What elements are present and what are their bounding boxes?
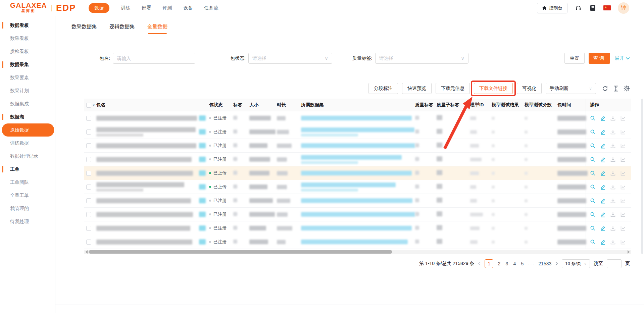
language-flag-icon[interactable]: ★	[603, 5, 611, 10]
sidebar-item-data-dashboard[interactable]: 数据看板	[0, 19, 55, 32]
page-last[interactable]: 21583	[538, 261, 551, 266]
row-checkbox[interactable]	[86, 129, 91, 135]
sidebar-item-data-lake[interactable]: 数据湖	[0, 110, 55, 123]
headset-icon[interactable]	[575, 4, 582, 12]
visualize-button[interactable]: 可视化	[517, 83, 542, 94]
sidebar-item-collect-elements[interactable]: 数采要素	[0, 71, 55, 84]
next-page-icon[interactable]	[555, 262, 558, 266]
view-search-icon[interactable]	[590, 115, 596, 121]
package-name-input[interactable]	[113, 53, 195, 64]
sidebar-item-collect-plan[interactable]: 数采计划	[0, 84, 55, 97]
refresh-icon[interactable]	[602, 86, 608, 92]
nav-item-deploy[interactable]: 部署	[142, 5, 151, 11]
table-row[interactable]: 已注册	[84, 125, 631, 139]
view-search-icon[interactable]	[590, 129, 596, 135]
dataset-link-cell[interactable]	[301, 116, 415, 120]
chart-icon[interactable]	[620, 115, 626, 121]
row-checkbox[interactable]	[86, 185, 91, 190]
chart-icon[interactable]	[620, 198, 626, 204]
chart-icon[interactable]	[620, 170, 626, 176]
download-icon[interactable]	[610, 170, 616, 176]
chart-icon[interactable]	[620, 225, 626, 231]
download-icon[interactable]	[610, 184, 616, 190]
table-row[interactable]: 已注册	[84, 139, 631, 153]
view-search-icon[interactable]	[590, 212, 596, 217]
edit-pencil-icon[interactable]	[600, 198, 606, 204]
view-search-icon[interactable]	[590, 143, 596, 149]
table-row[interactable]: 已注册	[84, 235, 631, 249]
vertical-scrollbar[interactable]	[641, 99, 643, 254]
edit-pencil-icon[interactable]	[600, 170, 606, 176]
row-checkbox[interactable]	[86, 240, 91, 245]
quick-preview-button[interactable]: 快速预览	[402, 83, 432, 94]
view-search-icon[interactable]	[590, 157, 596, 162]
chart-icon[interactable]	[620, 212, 626, 217]
sidebar-item-wo-all[interactable]: 全量工单	[0, 189, 55, 202]
chart-icon[interactable]	[620, 157, 626, 162]
row-checkbox[interactable]	[86, 143, 91, 148]
chart-icon[interactable]	[620, 129, 626, 135]
edit-pencil-icon[interactable]	[600, 239, 606, 245]
view-search-icon[interactable]	[590, 225, 596, 231]
download-icon[interactable]	[610, 239, 616, 245]
edit-pencil-icon[interactable]	[600, 129, 606, 135]
row-height-icon[interactable]	[613, 86, 618, 92]
dataset-link-cell[interactable]	[301, 240, 415, 244]
page-size-select[interactable]: 10 条/页 ∨	[562, 259, 590, 268]
jump-to-page-input[interactable]	[607, 259, 622, 268]
edit-pencil-icon[interactable]	[600, 212, 606, 217]
scrollbar-thumb[interactable]	[89, 250, 392, 254]
download-icon[interactable]	[610, 115, 616, 121]
sidebar-item-training-data[interactable]: 训练数据	[0, 137, 55, 150]
dataset-link-cell[interactable]	[301, 155, 415, 164]
row-checkbox[interactable]	[86, 226, 91, 231]
package-status-select[interactable]: 请选择 ∨	[248, 53, 332, 64]
dataset-link-cell[interactable]	[301, 182, 415, 192]
scroll-left-arrow-icon[interactable]	[85, 250, 88, 254]
row-checkbox[interactable]	[86, 157, 91, 162]
sidebar-item-qc-dashboard[interactable]: 质检看板	[0, 45, 55, 58]
download-icon[interactable]	[610, 212, 616, 217]
view-search-icon[interactable]	[590, 184, 596, 190]
table-row[interactable]: 已注册	[84, 194, 631, 208]
view-search-icon[interactable]	[590, 170, 596, 176]
table-row[interactable]: 已上传	[84, 180, 631, 194]
segment-annotate-button[interactable]: 分段标注	[368, 83, 398, 94]
refresh-mode-select[interactable]: 手动刷新 ∨	[546, 83, 596, 94]
page-3[interactable]: 3	[505, 261, 509, 266]
nav-item-evaluation[interactable]: 评测	[162, 5, 172, 11]
table-row[interactable]: 已注册	[84, 208, 631, 221]
chart-icon[interactable]	[620, 184, 626, 190]
download-icon[interactable]	[610, 198, 616, 204]
sidebar-item-wo-pending[interactable]: 待我处理	[0, 215, 55, 228]
expand-link[interactable]: 展开	[615, 55, 630, 61]
table-row[interactable]: 已上传	[84, 166, 631, 180]
console-button[interactable]: 控制台	[537, 3, 567, 13]
dataset-link-cell[interactable]	[301, 212, 415, 217]
sidebar-item-wo-managed[interactable]: 我管理的	[0, 202, 55, 215]
row-checkbox[interactable]	[86, 116, 91, 121]
edit-pencil-icon[interactable]	[600, 225, 606, 231]
chart-icon[interactable]	[620, 143, 626, 149]
page-4[interactable]: 4	[512, 261, 516, 266]
row-checkbox[interactable]	[86, 198, 91, 203]
nav-item-data[interactable]: 数据	[89, 3, 109, 13]
table-row[interactable]: 已注册	[84, 153, 631, 166]
dataset-link-cell[interactable]	[301, 143, 415, 148]
tab-collected-datasets[interactable]: 数采数据集	[71, 23, 97, 34]
sidebar-item-raw-data[interactable]: 原始数据	[2, 123, 54, 137]
select-all-caret-icon[interactable]: ∨	[92, 103, 95, 107]
scroll-right-arrow-icon[interactable]	[628, 250, 630, 254]
prev-page-icon[interactable]	[478, 262, 481, 266]
horizontal-scrollbar[interactable]	[84, 250, 631, 254]
page-5[interactable]: 5	[520, 261, 524, 266]
edit-pencil-icon[interactable]	[600, 157, 606, 162]
reset-button[interactable]: 重置	[564, 53, 585, 64]
page-ellipsis[interactable]: ···	[528, 261, 535, 266]
tab-logical-datasets[interactable]: 逻辑数据集	[109, 23, 135, 34]
table-row[interactable]: 已注册	[84, 111, 631, 125]
sidebar-item-wo-team[interactable]: 工单团队	[0, 176, 55, 189]
download-icon[interactable]	[610, 225, 616, 231]
download-icon[interactable]	[610, 129, 616, 135]
row-checkbox[interactable]	[86, 171, 91, 176]
